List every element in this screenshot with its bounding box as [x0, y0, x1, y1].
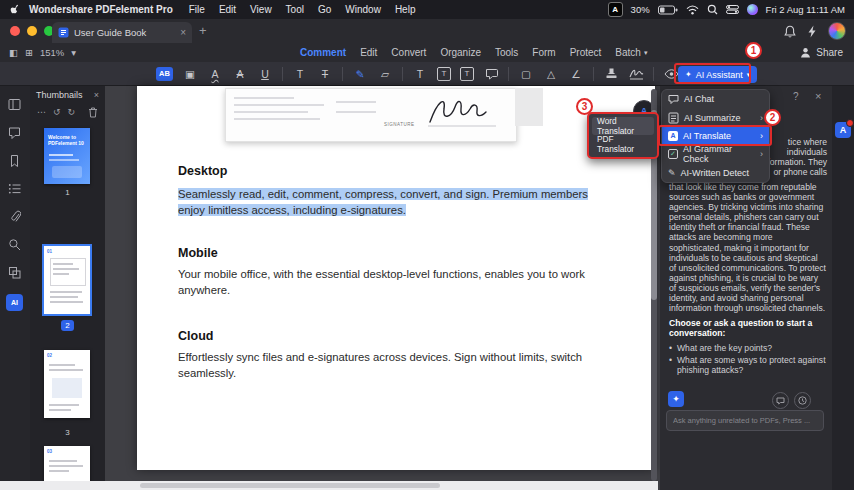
stamp-icon[interactable]	[603, 66, 619, 82]
chevron-down-icon[interactable]: ▾	[71, 47, 76, 58]
horizontal-scrollbar-thumb[interactable]	[140, 483, 440, 488]
menu-window[interactable]: Window	[345, 4, 381, 15]
menu-item-word-translator[interactable]: Word Translator	[592, 117, 654, 135]
capture-badge-icon[interactable]: A	[608, 2, 623, 17]
tab-close-icon[interactable]: ×	[180, 27, 186, 38]
zoom-level[interactable]: 151%	[40, 47, 64, 58]
apple-menu-icon[interactable]	[10, 3, 21, 16]
text-box-icon[interactable]: T	[437, 67, 451, 81]
shape-rect-icon[interactable]: ▢	[518, 66, 534, 82]
menu-view[interactable]: View	[250, 4, 272, 15]
suggestion-key-points[interactable]: What are the key points?	[669, 343, 826, 353]
tab-tools[interactable]: Tools	[495, 47, 518, 58]
menu-file[interactable]: File	[189, 4, 205, 15]
thumbnails-panel-icon[interactable]	[8, 98, 21, 111]
page-thumbnail-3[interactable]: 02	[44, 350, 90, 418]
rotate-left-icon[interactable]: ↺	[53, 107, 61, 117]
ribbon-tab-row: ◧ ⊞ 151% ▾ Comment Edit Convert Organize…	[0, 43, 854, 62]
tab-form[interactable]: Form	[532, 47, 555, 58]
minimize-window-button[interactable]	[27, 26, 37, 36]
ai-logo-badge[interactable]: ✦	[668, 391, 684, 407]
ai-chat-input[interactable]	[666, 410, 824, 431]
replace-text-icon[interactable]: T	[317, 66, 333, 82]
tab-protect[interactable]: Protect	[570, 47, 602, 58]
close-window-button[interactable]	[10, 26, 20, 36]
tab-organize[interactable]: Organize	[440, 47, 481, 58]
menu-item-ai-chat[interactable]: AI Chat	[662, 90, 769, 108]
close-panel-icon[interactable]: ×	[815, 90, 821, 102]
menu-clock[interactable]: Fri 2 Aug 11:11 AM	[766, 4, 845, 15]
shape-polygon-icon[interactable]: △	[543, 66, 559, 82]
notifications-bell-icon[interactable]	[784, 25, 796, 38]
submenu-arrow-icon: ›	[760, 149, 763, 159]
comments-panel-icon[interactable]	[8, 126, 21, 139]
strikethrough-icon[interactable]: A	[232, 66, 248, 82]
signature-icon[interactable]	[628, 66, 644, 82]
search-icon[interactable]	[707, 4, 718, 15]
document-tab-icon	[58, 27, 69, 38]
callout-icon[interactable]: T	[460, 67, 474, 81]
image-fragment	[515, 88, 543, 126]
search-panel-icon[interactable]	[8, 238, 21, 251]
menu-item-label: AI-Written Detect	[681, 168, 749, 178]
siri-icon[interactable]	[747, 4, 758, 15]
handwritten-signature	[424, 94, 502, 132]
battery-icon[interactable]	[658, 5, 678, 15]
insert-text-icon[interactable]: T	[292, 66, 308, 82]
control-center-icon[interactable]	[726, 5, 739, 14]
more-options-icon[interactable]: ⋯	[37, 107, 46, 117]
attachments-panel-icon[interactable]	[8, 210, 21, 223]
tab-edit[interactable]: Edit	[360, 47, 377, 58]
upgrade-bolt-icon[interactable]	[807, 25, 817, 38]
area-highlight-icon[interactable]: ▣	[182, 66, 198, 82]
sidebar-toggle-icon[interactable]: ◧	[9, 47, 18, 58]
history-clock-icon[interactable]	[794, 392, 811, 409]
tab-batch[interactable]: Batch ▾	[615, 47, 647, 58]
text-comment-icon[interactable]: T	[412, 66, 428, 82]
tab-convert[interactable]: Convert	[391, 47, 426, 58]
submenu-arrow-icon: ›	[760, 113, 763, 123]
delete-page-icon[interactable]	[88, 107, 98, 118]
menu-help[interactable]: Help	[395, 4, 416, 15]
account-avatar[interactable]	[828, 22, 846, 40]
underline-icon[interactable]: U	[257, 66, 273, 82]
thumbnail-4-tag: 03	[47, 449, 52, 454]
menu-item-label: AI Summarize	[684, 113, 741, 123]
suggestion-protect-phishing[interactable]: What are some ways to protect against ph…	[669, 355, 826, 375]
measure-icon[interactable]: ∠	[568, 66, 584, 82]
macos-menu-bar: Wondershare PDFelement Pro File Edit Vie…	[0, 0, 854, 19]
sticky-note-icon[interactable]	[483, 66, 499, 82]
chat-history-icon[interactable]	[772, 392, 789, 409]
menu-item-ai-written-detect[interactable]: ✎ AI-Written Detect	[662, 164, 769, 182]
close-panel-icon[interactable]: ×	[94, 90, 99, 100]
share-button[interactable]: Share	[800, 43, 843, 62]
bookmarks-panel-icon[interactable]	[8, 154, 21, 167]
help-icon[interactable]: ?	[793, 91, 799, 102]
battery-percent: 30%	[631, 4, 650, 15]
rotate-right-icon[interactable]: ↻	[68, 107, 76, 117]
highlight-icon[interactable]: AB	[156, 67, 173, 81]
menu-edit[interactable]: Edit	[219, 4, 236, 15]
new-tab-button[interactable]: +	[199, 23, 207, 38]
wifi-icon[interactable]	[686, 5, 699, 15]
share-label: Share	[816, 47, 843, 58]
eraser-icon[interactable]: ▱	[377, 66, 393, 82]
form-image: SIGNATURE	[225, 88, 517, 142]
menu-tool[interactable]: Tool	[286, 4, 304, 15]
translator-popup-menu: Word Translator PDF Translator	[587, 112, 659, 159]
squiggly-underline-icon[interactable]: A	[207, 66, 223, 82]
page-thumbnail-1[interactable]: Welcome to PDFelement 10	[44, 128, 90, 184]
outline-panel-icon[interactable]	[8, 182, 21, 195]
document-tab[interactable]: User Guide Book ×	[52, 22, 192, 43]
page-grid-icon[interactable]: ⊞	[25, 47, 33, 58]
menu-item-pdf-translator[interactable]: PDF Translator	[592, 135, 654, 153]
check-icon: ✓	[668, 149, 678, 159]
tab-comment[interactable]: Comment	[300, 47, 346, 58]
menu-go[interactable]: Go	[318, 4, 331, 15]
pencil-icon[interactable]: ✎	[352, 66, 368, 82]
thumbnail-1-title: Welcome to PDFelement 10	[48, 134, 86, 146]
ai-panel-icon[interactable]: AI	[6, 294, 23, 311]
page-thumbnail-2[interactable]: 01	[44, 246, 90, 314]
layers-panel-icon[interactable]	[8, 266, 21, 279]
menu-item-ai-grammar-check[interactable]: ✓ AI Grammar Check ›	[662, 145, 769, 163]
